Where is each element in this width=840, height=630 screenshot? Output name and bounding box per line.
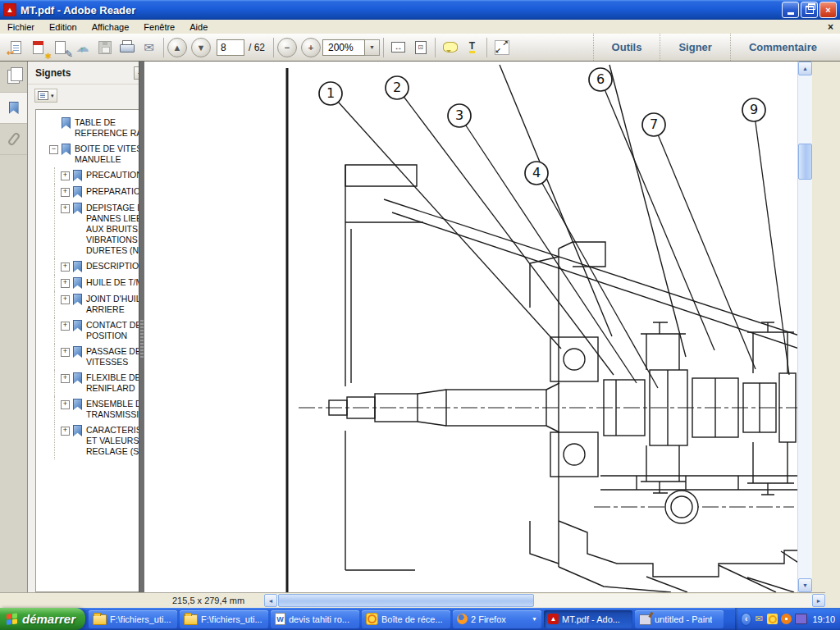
highlight-button[interactable]: T [461, 37, 483, 58]
taskbar-task[interactable]: Wdevis tahiti ro... [271, 610, 359, 628]
start-button[interactable]: démarrer [0, 608, 85, 630]
zoom-level-select[interactable]: 200% ▼ [322, 39, 380, 56]
taskbar-task[interactable]: untitled - Paint [635, 610, 724, 628]
task-label: MT.pdf - Ado... [562, 614, 620, 624]
paint-icon [639, 614, 651, 625]
close-button[interactable]: × [819, 2, 837, 18]
sticky-note-icon [443, 42, 458, 52]
taskbar: démarrer F:\fichiers_uti...F:\fichiers_u… [0, 608, 840, 630]
previous-page-button[interactable]: ▲ [167, 38, 187, 57]
downloader-tray-icon[interactable] [781, 614, 792, 624]
zoom-out-button[interactable]: − [277, 38, 297, 57]
menu-bar: Fichier Edition Affichage Fenêtre Aide × [0, 20, 840, 34]
bookmark-expander[interactable]: + [61, 427, 70, 436]
fullscreen-button[interactable]: ↗↙ [491, 37, 513, 58]
task-label: F:\fichiers_uti... [110, 614, 171, 624]
task-label: F:\fichiers_uti... [201, 614, 262, 624]
email-button[interactable]: ✉ [138, 37, 160, 58]
menu-fenetre[interactable]: Fenêtre [136, 21, 182, 33]
menu-aide[interactable]: Aide [182, 21, 215, 33]
bookmark-icon [62, 117, 71, 129]
tools-button[interactable]: Outils [593, 34, 660, 61]
menu-affichage[interactable]: Affichage [84, 21, 137, 33]
splitter-grip[interactable] [140, 320, 144, 358]
horizontal-scroll-thumb[interactable] [278, 594, 534, 607]
save-button[interactable] [94, 37, 116, 58]
restore-button[interactable] [801, 2, 818, 18]
folder-icon [184, 614, 198, 625]
messenger-tray-icon[interactable] [767, 614, 778, 624]
taskbar-task[interactable]: ▲MT.pdf - Ado... [544, 610, 632, 628]
page-thumbnails-tab[interactable] [0, 62, 27, 93]
print-button[interactable] [116, 37, 138, 58]
bookmark-expander[interactable]: + [61, 279, 70, 288]
fit-width-button[interactable]: ↔ [387, 37, 409, 58]
scroll-down-icon[interactable]: ▼ [798, 578, 812, 592]
bookmark-label: HUILE DE T/M [86, 277, 143, 288]
sticky-note-button[interactable] [439, 37, 461, 58]
sign-document-button[interactable]: ✎ [49, 37, 71, 58]
bookmark-expander[interactable]: + [61, 171, 70, 180]
vertical-scrollbar[interactable]: ▲ ▼ [797, 62, 812, 592]
callout-number: 6 [596, 71, 605, 87]
close-document-icon[interactable]: × [821, 21, 840, 33]
minimize-button[interactable] [782, 2, 799, 18]
bookmark-expander[interactable]: + [61, 262, 70, 272]
bookmark-expander[interactable]: + [61, 295, 70, 304]
bookmark-expander[interactable]: + [61, 322, 70, 331]
vertical-scroll-thumb[interactable] [798, 144, 812, 180]
bookmark-icon [73, 372, 82, 384]
bookmark-expander[interactable]: + [61, 400, 70, 409]
scroll-right-icon[interactable]: ► [812, 594, 825, 607]
print-icon [120, 42, 134, 52]
open-button[interactable]: ↩ [5, 37, 27, 58]
bookmark-expander[interactable]: + [61, 374, 70, 383]
sign-button[interactable]: Signer [660, 34, 729, 61]
bookmark-options-button[interactable]: ▾ [34, 89, 57, 103]
bookmark-icon [73, 277, 82, 289]
display-tray-icon[interactable] [795, 614, 807, 624]
title-bar: ▲ MT.pdf - Adobe Reader × [0, 0, 840, 20]
zoom-in-button[interactable]: + [301, 38, 321, 57]
bookmark-icon [73, 186, 82, 198]
next-page-button[interactable]: ▼ [191, 38, 211, 57]
bookmark-expander[interactable]: − [49, 145, 58, 154]
taskbar-task[interactable]: F:\fichiers_uti... [180, 610, 268, 628]
upload-arrow-icon: ↑ [80, 44, 84, 54]
scroll-up-icon[interactable]: ▲ [798, 62, 812, 75]
menu-fichier[interactable]: Fichier [0, 21, 42, 33]
bookmarks-tab[interactable] [0, 93, 27, 124]
menu-edition[interactable]: Edition [42, 21, 84, 33]
bookmark-icon [73, 261, 82, 272]
zoom-caret-icon[interactable]: ▼ [365, 39, 380, 56]
scroll-left-icon[interactable]: ◄ [264, 594, 277, 607]
taskbar-task[interactable]: 2 Firefox▼ [453, 610, 541, 628]
mail-tray-icon[interactable]: ✉ [754, 614, 764, 625]
callout-number: 1 [326, 85, 335, 101]
highlight-icon: T [469, 41, 475, 53]
create-pdf-button[interactable]: ✱ [27, 37, 49, 58]
taskbar-task[interactable]: F:\fichiers_uti... [89, 610, 177, 628]
task-group-caret-icon[interactable]: ▼ [532, 616, 537, 622]
callout-number: 7 [650, 116, 658, 132]
bookmark-expander[interactable]: + [61, 188, 70, 197]
email-icon: ✉ [144, 40, 154, 55]
bookmark-icon [73, 170, 82, 181]
bookmark-expander[interactable]: + [61, 204, 70, 213]
minimize-icon [788, 12, 794, 15]
bookmark-label: DESCRIPTION [86, 261, 145, 272]
panel-splitter[interactable] [139, 62, 144, 592]
taskbar-task[interactable]: Boîte de réce... [362, 610, 450, 628]
page-number-input[interactable] [217, 39, 244, 56]
bookmark-expander[interactable]: + [61, 348, 70, 357]
attachments-tab[interactable] [0, 124, 27, 155]
document-page[interactable]: 1234679 [144, 62, 797, 592]
offscreen-leader-lines [500, 65, 686, 357]
hide-icons-chevron-icon[interactable]: ‹ [742, 614, 751, 625]
send-file-button[interactable]: ☁↑ [71, 37, 94, 58]
fit-page-button[interactable]: ⊡ [409, 37, 431, 58]
horizontal-scrollbar[interactable]: ◄ ► [264, 594, 825, 607]
comment-button[interactable]: Commentaire [730, 34, 835, 61]
bookmark-icon [9, 102, 19, 114]
firefox-icon [457, 614, 468, 624]
